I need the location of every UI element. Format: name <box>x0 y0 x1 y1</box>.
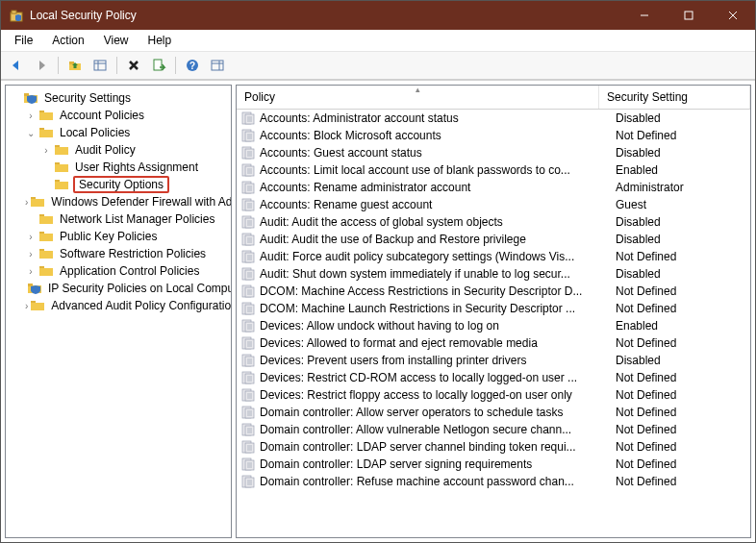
up-folder-icon[interactable] <box>63 54 87 77</box>
maximize-button[interactable] <box>667 1 711 30</box>
policy-setting: Administrator <box>616 181 746 194</box>
tree-expander-icon[interactable]: › <box>25 197 28 208</box>
policy-row[interactable]: Accounts: Guest account statusDisabled <box>237 144 750 161</box>
tree-item[interactable]: ›Account Policies <box>6 107 231 124</box>
tree-item[interactable]: ›Application Control Policies <box>6 262 231 280</box>
policy-row[interactable]: Accounts: Limit local account use of bla… <box>237 161 750 179</box>
policy-item-icon <box>240 422 256 437</box>
policy-name: Audit: Force audit policy subcategory se… <box>260 250 616 263</box>
list-pane[interactable]: ▴ Policy Security Setting Accounts: Admi… <box>236 85 751 538</box>
policy-item-icon <box>240 111 256 126</box>
menu-file[interactable]: File <box>7 32 40 49</box>
svg-rect-18 <box>24 93 29 96</box>
tree-item[interactable]: ›Advanced Audit Policy Configuration <box>6 297 231 314</box>
policy-row[interactable]: Domain controller: Allow server operator… <box>237 404 750 421</box>
svg-rect-22 <box>39 130 53 137</box>
forward-icon[interactable] <box>30 54 53 77</box>
policy-row[interactable]: Devices: Allowed to format and eject rem… <box>237 334 750 352</box>
policy-row[interactable]: Domain controller: Refuse machine accoun… <box>237 473 750 490</box>
policy-row[interactable]: Domain controller: Allow vulnerable Netl… <box>237 421 750 438</box>
tree-expander-icon[interactable]: ⌄ <box>25 128 37 138</box>
policy-row[interactable]: Audit: Audit the use of Backup and Resto… <box>237 231 750 248</box>
tree-item-label: Software Restriction Policies <box>58 247 208 260</box>
titlebar[interactable]: Local Security Policy <box>1 1 755 30</box>
policy-name: Devices: Prevent users from installing p… <box>260 354 616 367</box>
delete-icon[interactable] <box>122 54 145 77</box>
tree-item[interactable]: ›Audit Policy <box>6 141 231 159</box>
tree-expander-icon[interactable]: › <box>40 145 52 156</box>
tree-item[interactable]: ›Public Key Policies <box>6 228 231 245</box>
menu-action[interactable]: Action <box>44 32 91 49</box>
svg-rect-38 <box>39 268 53 276</box>
policy-setting: Not Defined <box>616 457 746 471</box>
tree-expander-icon[interactable]: › <box>25 301 28 311</box>
tree-item[interactable]: Security Options <box>6 176 231 193</box>
policy-item-icon <box>240 197 256 212</box>
policy-row[interactable]: Audit: Shut down system immediately if u… <box>237 265 750 283</box>
policy-row[interactable]: DCOM: Machine Access Restrictions in Sec… <box>237 283 750 300</box>
policy-row[interactable]: Accounts: Administrator account statusDi… <box>237 110 750 127</box>
policy-row[interactable]: Domain controller: LDAP server channel b… <box>237 438 750 456</box>
back-icon[interactable] <box>5 54 28 77</box>
tree-item[interactable]: User Rights Assignment <box>6 159 231 176</box>
svg-rect-28 <box>55 182 68 189</box>
policy-row[interactable]: Domain controller: LDAP server signing r… <box>237 456 750 473</box>
policy-row[interactable]: Devices: Allow undock without having to … <box>237 317 750 334</box>
svg-rect-1 <box>12 11 16 13</box>
policy-item-icon <box>240 370 256 385</box>
tree-item[interactable]: ⌄Local Policies <box>6 124 231 141</box>
tree-item[interactable]: ›Windows Defender Firewall with Advanced… <box>6 193 231 210</box>
folder-icon <box>38 263 54 279</box>
policy-row[interactable]: Accounts: Block Microsoft accountsNot De… <box>237 127 750 144</box>
policy-setting: Not Defined <box>616 440 746 454</box>
tree-item[interactable]: IP Security Policies on Local Computer <box>6 280 231 297</box>
policy-item-icon <box>240 180 256 195</box>
app-icon <box>9 8 24 23</box>
policy-item-icon <box>240 266 256 282</box>
minimize-button[interactable] <box>622 1 667 30</box>
column-header-setting[interactable]: Security Setting <box>599 86 750 109</box>
tree-expander-icon[interactable]: › <box>25 232 37 242</box>
svg-rect-32 <box>39 216 53 224</box>
shield-folder-icon <box>23 90 38 106</box>
policy-name: DCOM: Machine Launch Restrictions in Sec… <box>260 302 616 315</box>
close-button[interactable] <box>711 1 755 30</box>
policy-row[interactable]: Audit: Audit the access of global system… <box>237 213 750 231</box>
policy-setting: Not Defined <box>616 284 746 298</box>
tree-expander-icon[interactable]: › <box>25 111 37 121</box>
policy-row[interactable]: Devices: Restrict CD-ROM access to local… <box>237 369 750 386</box>
menu-view[interactable]: View <box>96 32 137 49</box>
policy-name: Domain controller: Allow vulnerable Netl… <box>260 423 616 436</box>
policy-row[interactable]: Accounts: Rename administrator accountAd… <box>237 179 750 196</box>
policy-setting: Not Defined <box>616 129 746 142</box>
tree-item[interactable]: ›Software Restriction Policies <box>6 245 231 262</box>
tree-item-label: Security Options <box>73 176 169 193</box>
show-hide-action-pane-icon[interactable] <box>206 54 229 77</box>
policy-name: Domain controller: LDAP server channel b… <box>260 440 616 454</box>
folder-icon <box>54 160 69 175</box>
policy-name: Accounts: Rename administrator account <box>260 181 616 194</box>
policy-setting: Not Defined <box>616 423 746 436</box>
menu-help[interactable]: Help <box>140 32 180 49</box>
policy-name: Audit: Audit the access of global system… <box>260 215 616 229</box>
folder-icon <box>38 246 54 261</box>
help-icon[interactable]: ? <box>181 54 204 77</box>
policy-row[interactable]: Accounts: Rename guest accountGuest <box>237 196 750 213</box>
policy-row[interactable]: DCOM: Machine Launch Restrictions in Sec… <box>237 300 750 317</box>
policy-setting: Disabled <box>616 233 746 246</box>
tree-expander-icon[interactable]: › <box>25 266 37 277</box>
export-list-icon[interactable] <box>147 54 170 77</box>
tree-item[interactable]: Network List Manager Policies <box>6 210 231 228</box>
policy-row[interactable]: Devices: Restrict floppy access to local… <box>237 386 750 404</box>
tree-pane[interactable]: Security Settings›Account Policies⌄Local… <box>5 85 232 538</box>
tree-expander-icon[interactable]: › <box>25 249 37 259</box>
column-header-policy[interactable]: ▴ Policy <box>237 86 599 109</box>
policy-row[interactable]: Audit: Force audit policy subcategory se… <box>237 248 750 265</box>
show-hide-tree-icon[interactable] <box>88 54 112 77</box>
policy-name: DCOM: Machine Access Restrictions in Sec… <box>260 284 616 298</box>
tree-root[interactable]: Security Settings <box>6 89 231 107</box>
tree-item-label: IP Security Policies on Local Computer <box>46 282 232 295</box>
policy-name: Devices: Restrict CD-ROM access to local… <box>260 371 616 384</box>
policy-row[interactable]: Devices: Prevent users from installing p… <box>237 352 750 369</box>
toolbar-separator <box>58 57 59 74</box>
